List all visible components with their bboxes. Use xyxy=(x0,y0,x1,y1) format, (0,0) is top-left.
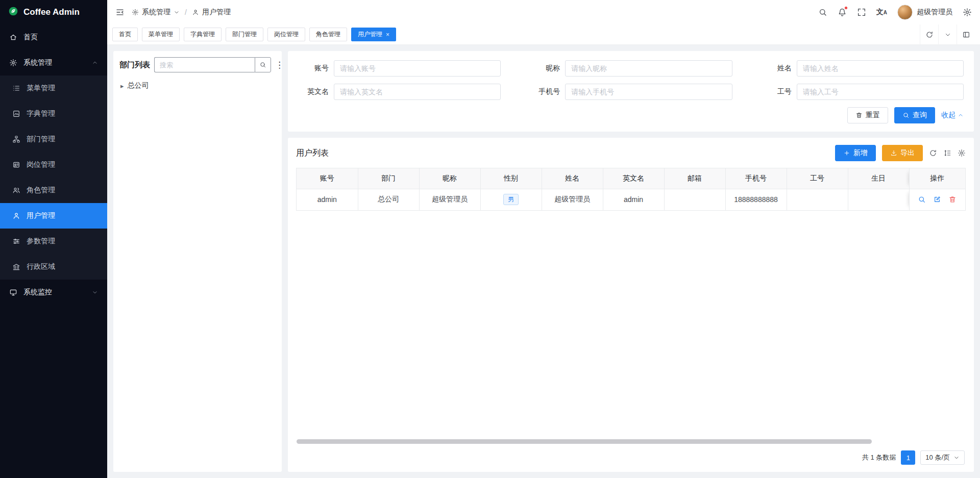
total-count-label: 共 1 条数据 xyxy=(862,453,896,462)
download-icon xyxy=(890,149,897,157)
notification-badge xyxy=(844,6,848,10)
breadcrumb-item-system[interactable]: 系统管理 xyxy=(132,8,180,17)
collapse-label: 收起 xyxy=(941,111,955,120)
gender-tag: 男 xyxy=(503,194,519,205)
header-actions: 文A 超级管理员 xyxy=(818,5,972,20)
home-icon xyxy=(9,33,17,41)
refresh-table-button[interactable] xyxy=(929,149,937,157)
sidebar-item-admin-region[interactable]: 行政区域 xyxy=(0,254,107,280)
main-column: 系统管理 / 用户管理 xyxy=(107,0,980,478)
trash-icon xyxy=(855,112,863,119)
fullscreen-button[interactable] xyxy=(857,8,866,17)
refresh-tab-button[interactable] xyxy=(920,24,938,45)
export-button-label: 导出 xyxy=(900,148,915,158)
tab-options-button[interactable] xyxy=(938,24,957,45)
department-more-button[interactable]: ⋮ xyxy=(275,60,284,70)
field-employee-no: 工号 xyxy=(761,84,964,100)
col-phone: 手机号 xyxy=(725,168,787,189)
field-nickname: 昵称 xyxy=(529,60,732,77)
settings-button[interactable] xyxy=(963,8,972,17)
tab-department-management[interactable]: 部门管理 xyxy=(226,28,263,41)
notifications-button[interactable] xyxy=(838,8,847,17)
horizontal-scrollbar xyxy=(296,439,966,444)
collapse-sidebar-button[interactable] xyxy=(115,8,125,17)
tab-home[interactable]: 首页 xyxy=(112,28,138,41)
tab-user-management[interactable]: 用户管理 × xyxy=(351,28,396,41)
table-header-row: 账号 部门 昵称 性别 姓名 英文名 邮箱 手机号 工号 xyxy=(297,168,965,189)
user-menu[interactable]: 超级管理员 xyxy=(897,5,952,20)
sidebar-group-system-management[interactable]: 系统管理 xyxy=(0,50,107,76)
query-button[interactable]: 查询 xyxy=(894,107,935,123)
col-nickname: 昵称 xyxy=(419,168,480,189)
breadcrumb-separator: / xyxy=(185,8,187,16)
name-input[interactable] xyxy=(797,60,964,77)
sidebar-item-label: 参数管理 xyxy=(27,237,55,246)
field-account: 账号 xyxy=(298,60,501,77)
department-search-button[interactable] xyxy=(255,57,271,72)
sidebar-item-menu-management[interactable]: 菜单管理 xyxy=(0,76,107,101)
close-icon[interactable]: × xyxy=(386,32,389,38)
english-name-input[interactable] xyxy=(334,84,501,100)
department-panel: 部门列表 ⋮ ▸ 总公司 xyxy=(113,51,282,472)
tab-dictionary-management[interactable]: 字典管理 xyxy=(184,28,222,41)
tab-post-management[interactable]: 岗位管理 xyxy=(267,28,305,41)
collapse-filter-button[interactable]: 收起 xyxy=(941,111,964,120)
content-fullscreen-button[interactable] xyxy=(957,24,975,45)
tab-menu-management[interactable]: 菜单管理 xyxy=(142,28,180,41)
nickname-input[interactable] xyxy=(565,60,732,77)
refresh-icon xyxy=(929,149,937,157)
global-search-button[interactable] xyxy=(818,8,827,17)
page-size-select[interactable]: 10 条/页 xyxy=(920,450,965,465)
page-1-button[interactable]: 1 xyxy=(901,450,915,465)
app-logo: Coffee Admin xyxy=(0,0,107,24)
breadcrumb-item-user[interactable]: 用户管理 xyxy=(192,8,231,17)
col-gender: 性别 xyxy=(480,168,542,189)
sidebar-item-post-management[interactable]: 岗位管理 xyxy=(0,152,107,178)
edit-row-button[interactable] xyxy=(933,195,941,204)
user-list-header: 用户列表 新增 导出 xyxy=(296,145,966,161)
phone-input[interactable] xyxy=(565,84,732,100)
tab-label: 用户管理 xyxy=(358,30,382,39)
sidebar-item-label: 行政区域 xyxy=(27,262,55,271)
export-button[interactable]: 导出 xyxy=(882,145,923,161)
sidebar-item-label: 首页 xyxy=(23,33,38,42)
chevron-up-icon xyxy=(958,112,964,118)
filter-form: 账号 昵称 姓名 英文名 xyxy=(298,60,964,100)
caret-right-icon[interactable]: ▸ xyxy=(120,82,124,90)
sidebar-item-user-management[interactable]: 用户管理 xyxy=(0,203,107,229)
tab-bar-tools xyxy=(920,24,975,45)
sidebar-item-dictionary-management[interactable]: 字典管理 xyxy=(0,101,107,127)
monitor-icon xyxy=(9,288,17,296)
account-input[interactable] xyxy=(334,60,501,77)
tab-role-management[interactable]: 角色管理 xyxy=(309,28,347,41)
reset-button[interactable]: 重置 xyxy=(847,107,888,123)
user-list-title: 用户列表 xyxy=(296,148,329,159)
tab-label: 岗位管理 xyxy=(274,30,299,39)
add-user-button[interactable]: 新增 xyxy=(835,145,876,161)
tree-node-head-office[interactable]: ▸ 总公司 xyxy=(119,79,276,93)
reset-button-label: 重置 xyxy=(866,111,880,120)
sidebar-group-system-monitor[interactable]: 系统监控 xyxy=(0,280,107,305)
delete-row-button[interactable] xyxy=(948,195,957,204)
search-icon xyxy=(818,8,827,17)
horizontal-scrollbar-thumb[interactable] xyxy=(297,439,872,444)
column-settings-button[interactable] xyxy=(958,149,966,157)
gear-icon xyxy=(958,149,966,157)
tree-node-label: 总公司 xyxy=(128,81,149,90)
gear-icon xyxy=(963,8,972,17)
language-switch-button[interactable]: 文A xyxy=(876,8,887,17)
people-icon xyxy=(12,186,20,194)
employee-no-input[interactable] xyxy=(797,84,964,100)
sidebar-item-department-management[interactable]: 部门管理 xyxy=(0,127,107,152)
view-row-button[interactable] xyxy=(918,195,926,204)
translate-icon: 文A xyxy=(876,8,887,17)
row-height-button[interactable] xyxy=(943,149,951,157)
gear-icon xyxy=(9,59,17,67)
sidebar-item-role-management[interactable]: 角色管理 xyxy=(0,178,107,203)
dictionary-icon xyxy=(12,110,20,118)
col-birthday: 生日 xyxy=(848,168,909,189)
department-search-input[interactable] xyxy=(154,57,255,72)
filter-actions: 重置 查询 收起 xyxy=(298,107,964,123)
sidebar-item-home[interactable]: 首页 xyxy=(0,24,107,50)
sidebar-item-parameter-management[interactable]: 参数管理 xyxy=(0,229,107,254)
